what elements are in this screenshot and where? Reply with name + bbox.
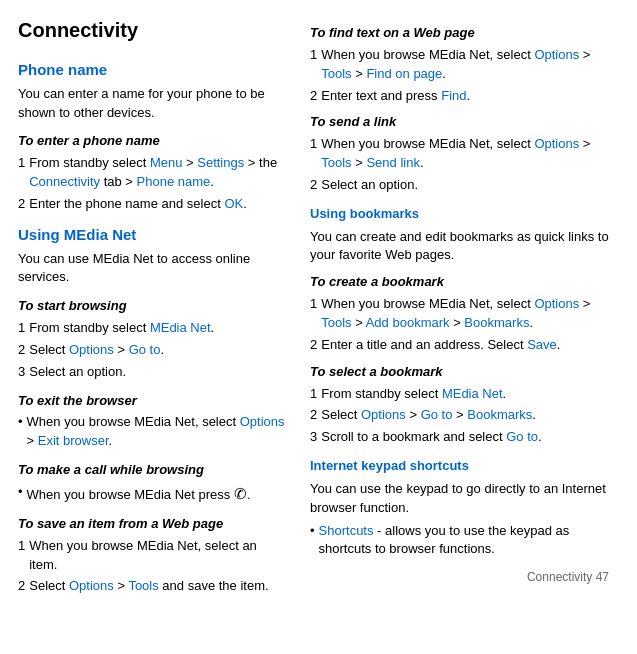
- step-num: 2: [310, 176, 317, 195]
- tools-link: Tools: [321, 315, 351, 330]
- step-num: 1: [18, 537, 25, 575]
- using-media-net-body: You can use MEdia Net to access online s…: [18, 250, 286, 288]
- exit-browser-link: Exit browser: [38, 433, 109, 448]
- select-bookmark-step-2: 2 Select Options > Go to > Bookmarks.: [310, 406, 623, 425]
- save-item-step-1: 1 When you browse MEdia Net, select an i…: [18, 537, 286, 575]
- page-footer: Connectivity 47: [310, 569, 623, 586]
- start-browsing-heading: To start browsing: [18, 297, 286, 316]
- options-link: Options: [534, 296, 579, 311]
- start-browse-step-2: 2 Select Options > Go to.: [18, 341, 286, 360]
- step-text: Select Options > Tools and save the item…: [29, 577, 268, 596]
- page-container: Connectivity Phone name You can enter a …: [0, 0, 637, 654]
- save-item-heading: To save an item from a Web page: [18, 515, 286, 534]
- step-text: Select Options > Go to.: [29, 341, 164, 360]
- options-link: Options: [534, 136, 579, 151]
- find-text-step-2: 2 Enter text and press Find.: [310, 87, 623, 106]
- send-link-heading: To send a link: [310, 113, 623, 132]
- right-column: To find text on a Web page 1 When you br…: [300, 16, 637, 644]
- bullet-symbol: •: [18, 413, 23, 451]
- add-bookmark-link: Add bookmark: [366, 315, 450, 330]
- step-num: 2: [18, 195, 25, 214]
- left-column: Connectivity Phone name You can enter a …: [0, 16, 300, 644]
- bookmarks-link: Bookmarks: [467, 407, 532, 422]
- step-text: From standby select MEdia Net.: [29, 319, 214, 338]
- step-text: When you browse MEdia Net, select Option…: [321, 135, 623, 173]
- step-num: 1: [310, 46, 317, 84]
- bullet-symbol: •: [18, 483, 23, 505]
- save-link: Save: [527, 337, 557, 352]
- step-text: From standby select MEdia Net.: [321, 385, 506, 404]
- select-bookmark-step-1: 1 From standby select MEdia Net.: [310, 385, 623, 404]
- step-text: When you browse MEdia Net, select Option…: [321, 46, 623, 84]
- step-num: 1: [310, 295, 317, 333]
- enter-phone-step-1: 1 From standby select Menu > Settings > …: [18, 154, 286, 192]
- internet-shortcuts-body: You can use the keypad to go directly to…: [310, 480, 623, 518]
- bullet-symbol: •: [310, 522, 315, 560]
- create-bookmark-step-1: 1 When you browse MEdia Net, select Opti…: [310, 295, 623, 333]
- step-num: 1: [18, 319, 25, 338]
- exit-browser-bullet: • When you browse MEdia Net, select Opti…: [18, 413, 286, 451]
- make-call-bullet: • When you browse MEdia Net press ✆.: [18, 483, 286, 505]
- step-num: 1: [310, 135, 317, 173]
- go-to-link: Go to: [129, 342, 161, 357]
- phone-name-link: Phone name: [137, 174, 211, 189]
- start-browse-step-3: 3 Select an option.: [18, 363, 286, 382]
- settings-link: Settings: [197, 155, 244, 170]
- bullet-text: When you browse MEdia Net, select Option…: [27, 413, 286, 451]
- phone-name-title: Phone name: [18, 59, 286, 81]
- step-num: 1: [310, 385, 317, 404]
- phone-name-body: You can enter a name for your phone to b…: [18, 85, 286, 123]
- create-bookmark-heading: To create a bookmark: [310, 273, 623, 292]
- enter-phone-name-heading: To enter a phone name: [18, 132, 286, 151]
- bullet-text: When you browse MEdia Net press ✆.: [27, 483, 251, 505]
- options-link: Options: [240, 414, 285, 429]
- step-num: 2: [18, 341, 25, 360]
- select-bookmark-step-3: 3 Scroll to a bookmark and select Go to.: [310, 428, 623, 447]
- using-bookmarks-body: You can create and edit bookmarks as qui…: [310, 228, 623, 266]
- select-bookmark-heading: To select a bookmark: [310, 363, 623, 382]
- step-text: Enter the phone name and select OK.: [29, 195, 247, 214]
- step-num: 3: [310, 428, 317, 447]
- find-on-page-link: Find on page: [366, 66, 442, 81]
- shortcuts-bullet: • Shortcuts - allows you to use the keyp…: [310, 522, 623, 560]
- create-bookmark-step-2: 2 Enter a title and an address. Select S…: [310, 336, 623, 355]
- connectivity-link: Connectivity: [29, 174, 100, 189]
- tools-link: Tools: [321, 155, 351, 170]
- media-net-link: MEdia Net: [150, 320, 211, 335]
- send-link-step-2: 2 Select an option.: [310, 176, 623, 195]
- ok-link: OK: [224, 196, 243, 211]
- make-call-heading: To make a call while browsing: [18, 461, 286, 480]
- go-to-link: Go to: [421, 407, 453, 422]
- media-net-link: MEdia Net: [442, 386, 503, 401]
- bookmarks-link: Bookmarks: [464, 315, 529, 330]
- exit-browser-heading: To exit the browser: [18, 392, 286, 411]
- step-num: 2: [310, 406, 317, 425]
- internet-shortcuts-block: Internet keypad shortcuts You can use th…: [310, 457, 623, 518]
- internet-shortcuts-title: Internet keypad shortcuts: [310, 457, 623, 476]
- step-text: Enter text and press Find.: [321, 87, 470, 106]
- find-link: Find: [441, 88, 466, 103]
- step-num: 2: [310, 336, 317, 355]
- using-media-net-title: Using MEdia Net: [18, 224, 286, 246]
- step-num: 3: [18, 363, 25, 382]
- tools-link: Tools: [128, 578, 158, 593]
- shortcuts-link: Shortcuts: [319, 523, 374, 538]
- step-text: When you browse MEdia Net, select an ite…: [29, 537, 286, 575]
- options-link: Options: [361, 407, 406, 422]
- step-text: Select Options > Go to > Bookmarks.: [321, 406, 536, 425]
- menu-link: Menu: [150, 155, 183, 170]
- page-title: Connectivity: [18, 16, 286, 45]
- call-icon: ✆: [234, 485, 247, 502]
- step-text: From standby select Menu > Settings > th…: [29, 154, 286, 192]
- save-item-step-2: 2 Select Options > Tools and save the it…: [18, 577, 286, 596]
- start-browse-step-1: 1 From standby select MEdia Net.: [18, 319, 286, 338]
- using-bookmarks-title: Using bookmarks: [310, 205, 623, 224]
- step-text: Select an option.: [29, 363, 126, 382]
- find-text-step-1: 1 When you browse MEdia Net, select Opti…: [310, 46, 623, 84]
- send-link-step-1: 1 When you browse MEdia Net, select Opti…: [310, 135, 623, 173]
- step-text: Select an option.: [321, 176, 418, 195]
- step-num: 1: [18, 154, 25, 192]
- using-bookmarks-block: Using bookmarks You can create and edit …: [310, 205, 623, 266]
- step-text: When you browse MEdia Net, select Option…: [321, 295, 623, 333]
- options-link: Options: [534, 47, 579, 62]
